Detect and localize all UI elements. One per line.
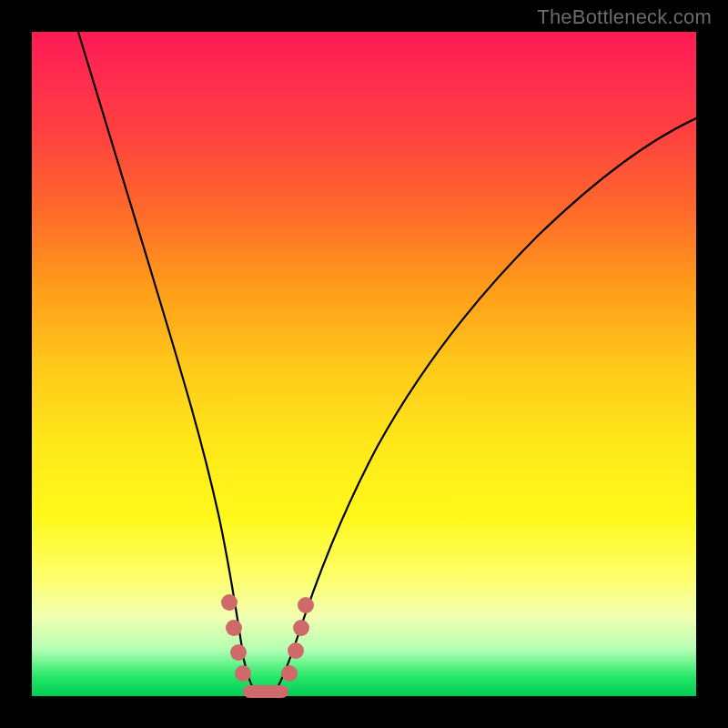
svg-point-8 (298, 597, 314, 613)
svg-point-6 (288, 642, 304, 659)
svg-point-5 (281, 665, 298, 682)
plot-area (32, 32, 696, 696)
svg-point-3 (235, 665, 251, 682)
chart-svg (32, 32, 696, 696)
bottleneck-curve (78, 32, 696, 693)
chart-frame: TheBottleneck.com (0, 0, 728, 728)
svg-rect-4 (243, 685, 288, 698)
svg-point-0 (221, 594, 238, 611)
svg-point-7 (293, 620, 309, 636)
svg-point-2 (230, 644, 247, 661)
svg-point-1 (226, 620, 242, 636)
watermark-text: TheBottleneck.com (537, 5, 712, 29)
